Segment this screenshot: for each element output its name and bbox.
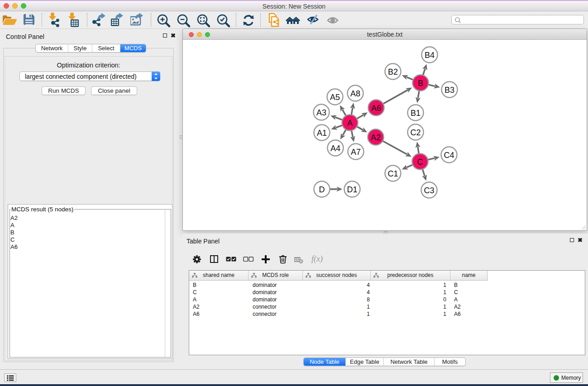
- svg-text:B2: B2: [388, 67, 398, 76]
- svg-text:B: B: [418, 79, 423, 88]
- svg-text:C1: C1: [387, 169, 398, 178]
- svg-text:A2: A2: [371, 133, 381, 142]
- svg-text:A: A: [347, 119, 353, 128]
- svg-text:A7: A7: [351, 148, 361, 157]
- svg-text:A1: A1: [317, 129, 327, 138]
- svg-text:A6: A6: [371, 104, 381, 113]
- svg-text:C: C: [417, 157, 423, 167]
- svg-text:A4: A4: [330, 144, 340, 153]
- svg-text:C4: C4: [444, 151, 454, 160]
- svg-text:A5: A5: [330, 93, 340, 102]
- svg-text:D: D: [319, 185, 325, 194]
- svg-text:B4: B4: [425, 51, 435, 60]
- svg-text:D1: D1: [347, 185, 357, 194]
- svg-text:A8: A8: [350, 89, 360, 98]
- svg-text:C2: C2: [410, 128, 421, 137]
- svg-text:B1: B1: [411, 109, 421, 118]
- svg-text:B3: B3: [445, 86, 454, 95]
- svg-text:C3: C3: [424, 186, 434, 195]
- svg-text:A3: A3: [316, 108, 326, 117]
